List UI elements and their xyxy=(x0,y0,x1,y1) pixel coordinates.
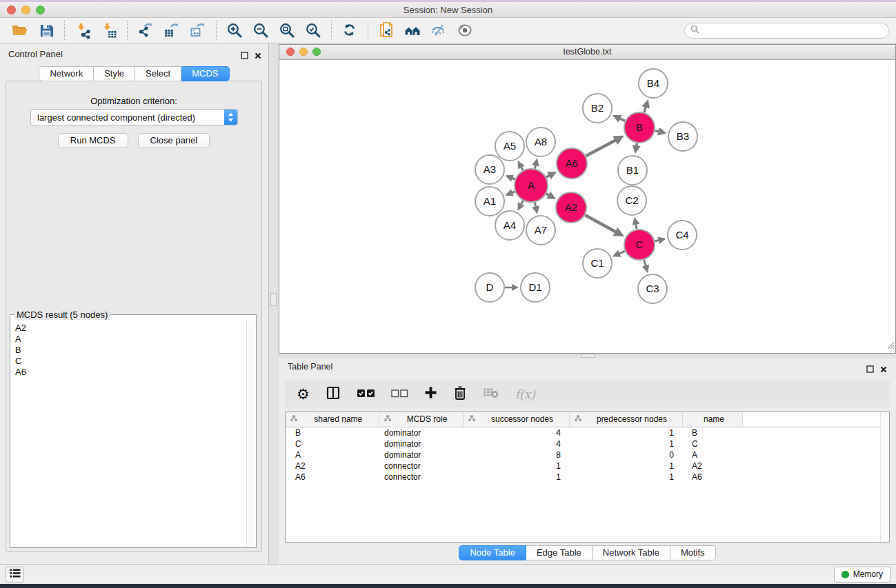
graph-edge-B-B2[interactable] xyxy=(613,115,625,123)
mcds-result-item[interactable]: C xyxy=(15,356,246,367)
table-scrollbar[interactable] xyxy=(880,412,889,542)
memory-button[interactable]: Memory xyxy=(834,567,890,582)
network-from-selection-button[interactable] xyxy=(373,20,399,41)
tab-network-table[interactable]: Network Table xyxy=(593,545,670,560)
float-panel-icon[interactable] xyxy=(241,50,248,62)
import-table-button[interactable] xyxy=(96,20,122,41)
tab-motifs[interactable]: Motifs xyxy=(670,545,716,560)
table-row[interactable]: Adominator80A xyxy=(286,449,889,460)
export-table-button[interactable] xyxy=(159,20,185,41)
graph-node-C4[interactable]: C4 xyxy=(668,221,697,250)
select-all-columns-button[interactable] xyxy=(357,388,375,401)
graph-edge-A-A1[interactable] xyxy=(505,189,515,196)
mcds-result-item[interactable]: B xyxy=(15,345,246,356)
graph-node-C[interactable]: C xyxy=(624,230,655,260)
refresh-layout-button[interactable] xyxy=(337,20,363,41)
graph-edge-C-C4[interactable] xyxy=(655,236,666,244)
graph-node-A6[interactable]: A6 xyxy=(557,148,587,179)
show-columns-button[interactable] xyxy=(326,385,341,403)
graph-node-B[interactable]: B xyxy=(624,112,655,143)
show-all-button[interactable] xyxy=(452,20,478,41)
table-row[interactable]: Cdominator41C xyxy=(286,438,889,449)
float-table-panel-icon[interactable] xyxy=(866,363,874,376)
graph-node-B3[interactable]: B3 xyxy=(668,122,697,151)
graph-edge-D-D1[interactable] xyxy=(505,284,519,291)
delete-table-button[interactable] xyxy=(483,387,499,401)
zoom-out-button[interactable] xyxy=(248,20,274,41)
resize-grip-icon[interactable] xyxy=(886,340,895,352)
graph-edge-B-B1[interactable] xyxy=(633,143,641,154)
graph-edge-C-C2[interactable] xyxy=(633,217,640,230)
tab-edge-table[interactable]: Edge Table xyxy=(526,545,593,560)
table-row[interactable]: A2connector11A2 xyxy=(286,460,889,472)
column-header-shared-name[interactable]: shared name xyxy=(286,412,379,427)
graph-edge-C-C1[interactable] xyxy=(613,250,625,257)
graph-edge-A6-B[interactable] xyxy=(586,136,624,156)
column-header-name[interactable]: name xyxy=(682,412,742,427)
tab-style[interactable]: Style xyxy=(94,66,135,81)
graph-edge-A-A4[interactable] xyxy=(517,201,524,211)
horizontal-splitter-grip[interactable] xyxy=(581,354,595,358)
graph-edge-A-A2[interactable] xyxy=(546,192,556,199)
close-panel-button[interactable]: Close panel xyxy=(138,133,210,148)
graph-edge-A-A3[interactable] xyxy=(505,174,515,181)
result-list-scrollbar[interactable] xyxy=(246,321,255,547)
tab-network[interactable]: Network xyxy=(39,66,94,81)
graph-node-B1[interactable]: B1 xyxy=(618,156,647,185)
column-header-predecessor-nodes[interactable]: predecessor nodes xyxy=(569,412,682,427)
graph-edge-A2-C[interactable] xyxy=(585,215,624,236)
graph-node-A1[interactable]: A1 xyxy=(475,187,504,216)
table-row[interactable]: A6connector11A6 xyxy=(286,472,889,483)
delete-columns-button[interactable] xyxy=(453,385,467,403)
graph-node-C1[interactable]: C1 xyxy=(583,249,612,278)
task-history-button[interactable] xyxy=(6,567,24,582)
tab-mcds[interactable]: MCDS xyxy=(181,66,229,81)
graph-node-D1[interactable]: D1 xyxy=(521,273,550,302)
graph-edge-A-A5[interactable] xyxy=(517,161,524,170)
graph-node-A3[interactable]: A3 xyxy=(475,155,504,184)
first-neighbors-button[interactable] xyxy=(399,20,426,41)
save-session-button[interactable] xyxy=(33,20,59,41)
graph-node-A2[interactable]: A2 xyxy=(556,192,586,223)
tab-select[interactable]: Select xyxy=(135,66,181,81)
graph-node-A7[interactable]: A7 xyxy=(526,216,555,245)
export-network-button[interactable] xyxy=(132,20,159,41)
graph-node-A4[interactable]: A4 xyxy=(495,211,524,240)
graph-node-A5[interactable]: A5 xyxy=(495,132,524,161)
hide-selected-button[interactable] xyxy=(426,20,452,41)
mcds-result-item[interactable]: A2 xyxy=(15,323,246,334)
export-image-button[interactable] xyxy=(185,20,211,41)
mcds-result-item[interactable]: A xyxy=(15,334,246,345)
search-field[interactable] xyxy=(684,23,889,39)
zoom-fit-button[interactable] xyxy=(274,20,300,41)
network-canvas[interactable]: AA1A2A3A4A5A6A7A8BB1B2B3B4CC1C2C3C4DD1 xyxy=(279,60,895,353)
column-header-successor-nodes[interactable]: successor nodes xyxy=(463,412,569,427)
tab-node-table[interactable]: Node Table xyxy=(459,545,526,560)
vertical-splitter-grip[interactable] xyxy=(270,293,277,306)
network-window-titlebar[interactable]: testGlobe.txt xyxy=(279,45,895,60)
zoom-in-button[interactable] xyxy=(221,20,248,41)
graph-node-A8[interactable]: A8 xyxy=(526,128,555,156)
graph-edge-A-A7[interactable] xyxy=(532,202,539,214)
zoom-selected-button[interactable] xyxy=(300,20,326,41)
table-settings-button[interactable]: ⚙ xyxy=(297,387,310,401)
graph-node-C3[interactable]: C3 xyxy=(638,274,667,303)
table-row[interactable]: Bdominator41B xyxy=(286,427,889,438)
mcds-result-item[interactable]: A6 xyxy=(15,367,246,378)
graph-edge-C-C3[interactable] xyxy=(642,260,650,273)
graph-node-A[interactable]: A xyxy=(515,169,548,202)
search-input[interactable] xyxy=(703,26,883,35)
open-session-button[interactable] xyxy=(7,20,33,41)
graph-node-D[interactable]: D xyxy=(475,273,504,302)
close-panel-icon[interactable] xyxy=(255,50,261,62)
graph-node-C2[interactable]: C2 xyxy=(617,186,646,215)
function-builder-button[interactable]: f(x) xyxy=(515,387,535,401)
graph-edge-A-A6[interactable] xyxy=(546,172,557,179)
close-table-panel-icon[interactable] xyxy=(880,363,887,376)
graph-node-B4[interactable]: B4 xyxy=(639,69,668,98)
import-network-button[interactable] xyxy=(70,20,96,41)
graph-node-B2[interactable]: B2 xyxy=(583,94,612,123)
optimization-criterion-select[interactable]: largest connected component (directed) xyxy=(30,109,238,125)
deselect-all-columns-button[interactable] xyxy=(391,388,408,401)
graph-edge-B-B4[interactable] xyxy=(641,99,650,112)
